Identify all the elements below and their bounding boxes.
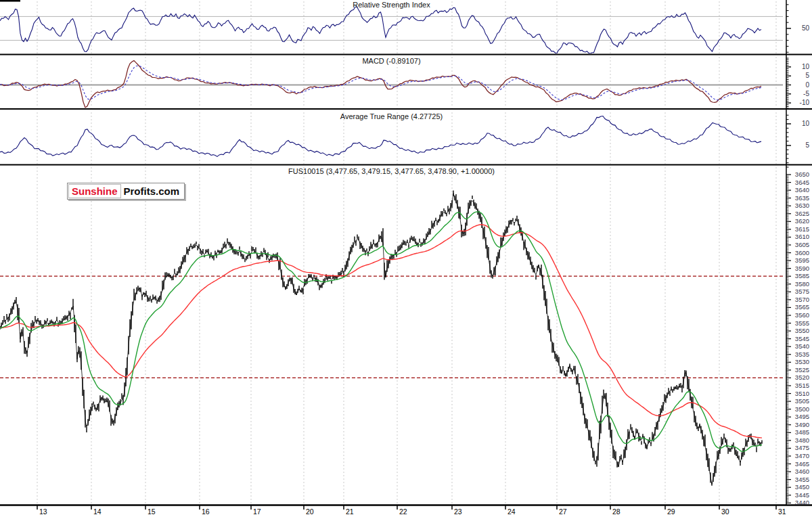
svg-text:3495: 3495 bbox=[795, 413, 809, 420]
svg-text:3610: 3610 bbox=[795, 233, 809, 240]
svg-text:3550: 3550 bbox=[795, 327, 809, 334]
svg-text:3605: 3605 bbox=[795, 241, 809, 248]
svg-text:0: 0 bbox=[805, 81, 809, 89]
svg-text:3460: 3460 bbox=[795, 468, 809, 475]
svg-text:5: 5 bbox=[805, 72, 809, 79]
logo: Sunshine Profits.com bbox=[67, 183, 185, 200]
svg-text:-10: -10 bbox=[800, 99, 810, 106]
x-axis-label: 17 bbox=[253, 507, 261, 516]
x-axis-label: 29 bbox=[667, 507, 675, 516]
svg-text:-5: -5 bbox=[803, 90, 809, 97]
svg-text:3470: 3470 bbox=[795, 452, 809, 459]
svg-text:3455: 3455 bbox=[795, 476, 809, 483]
svg-text:10: 10 bbox=[802, 63, 810, 70]
svg-text:3555: 3555 bbox=[795, 319, 809, 327]
x-axis-label: 28 bbox=[612, 507, 621, 516]
svg-text:3490: 3490 bbox=[795, 421, 809, 428]
chart-canvas: 501050-5-1010534403445345034553460346534… bbox=[0, 0, 812, 519]
date-gridlines bbox=[37, 1, 776, 504]
x-axis-label: 20 bbox=[306, 507, 314, 516]
svg-text:3565: 3565 bbox=[795, 303, 809, 311]
moving-averages bbox=[0, 212, 762, 451]
rsi-line bbox=[0, 7, 761, 54]
svg-text:3620: 3620 bbox=[795, 217, 809, 225]
svg-text:3475: 3475 bbox=[795, 444, 809, 451]
svg-text:3595: 3595 bbox=[795, 256, 809, 264]
x-axis-label: 31 bbox=[778, 507, 786, 516]
x-axis-label: 16 bbox=[202, 507, 210, 516]
svg-text:3445: 3445 bbox=[795, 491, 809, 499]
svg-text:3450: 3450 bbox=[795, 483, 809, 491]
svg-text:3630: 3630 bbox=[795, 202, 809, 209]
x-axis-label: 22 bbox=[399, 507, 407, 516]
svg-text:3625: 3625 bbox=[795, 210, 809, 217]
svg-text:3600: 3600 bbox=[795, 249, 809, 256]
macd-lines bbox=[0, 61, 761, 108]
x-axis-label: 30 bbox=[721, 507, 729, 516]
svg-text:3485: 3485 bbox=[795, 428, 809, 436]
svg-text:3585: 3585 bbox=[795, 272, 809, 279]
svg-text:3575: 3575 bbox=[795, 288, 809, 295]
svg-text:3590: 3590 bbox=[795, 265, 809, 272]
chart-root: 501050-5-1010534403445345034553460346534… bbox=[0, 0, 812, 519]
x-axis-label: 21 bbox=[346, 507, 354, 516]
svg-text:3545: 3545 bbox=[795, 335, 809, 342]
macd-panel-title: MACD (-0.89107) bbox=[0, 57, 783, 65]
x-axis-label: 15 bbox=[148, 507, 156, 516]
svg-text:5: 5 bbox=[805, 141, 809, 149]
svg-text:3500: 3500 bbox=[795, 405, 809, 413]
svg-text:3650: 3650 bbox=[795, 171, 809, 178]
svg-text:3505: 3505 bbox=[795, 397, 809, 405]
logo-sunshine: Sunshine bbox=[68, 184, 121, 198]
svg-text:3615: 3615 bbox=[795, 225, 809, 233]
price-bars bbox=[0, 190, 762, 485]
svg-text:3530: 3530 bbox=[795, 358, 809, 365]
x-axis-label: 13 bbox=[39, 507, 47, 516]
svg-text:3525: 3525 bbox=[795, 366, 809, 374]
svg-text:3580: 3580 bbox=[795, 280, 809, 288]
svg-text:3510: 3510 bbox=[795, 390, 809, 397]
svg-text:3440: 3440 bbox=[795, 499, 809, 506]
svg-text:50: 50 bbox=[802, 24, 810, 32]
svg-text:3540: 3540 bbox=[795, 342, 809, 350]
x-axis-label: 14 bbox=[93, 507, 102, 516]
svg-text:3465: 3465 bbox=[795, 460, 809, 468]
rsi-panel-title: Relative Strength Index bbox=[0, 1, 783, 9]
svg-text:3635: 3635 bbox=[795, 194, 809, 202]
x-axis-label: 27 bbox=[559, 507, 567, 516]
svg-text:3640: 3640 bbox=[795, 186, 809, 194]
svg-text:3570: 3570 bbox=[795, 296, 809, 303]
svg-text:3560: 3560 bbox=[795, 311, 809, 319]
svg-text:3535: 3535 bbox=[795, 351, 809, 358]
price-panel-title: FUS10015 (3,477.65, 3,479.15, 3,477.65, … bbox=[0, 167, 783, 175]
x-axis-label: 24 bbox=[508, 507, 516, 516]
svg-text:3515: 3515 bbox=[795, 382, 809, 389]
axes: 501050-5-1010534403445345034553460346534… bbox=[0, 0, 812, 506]
x-axis-label: 23 bbox=[454, 507, 462, 516]
atr-panel-title: Average True Range (4.27725) bbox=[0, 112, 783, 120]
logo-profits: Profits.com bbox=[121, 185, 184, 198]
svg-text:10: 10 bbox=[802, 120, 810, 127]
svg-text:3520: 3520 bbox=[795, 374, 809, 381]
svg-text:3480: 3480 bbox=[795, 436, 809, 444]
svg-text:3645: 3645 bbox=[795, 179, 809, 186]
atr-line bbox=[0, 116, 761, 157]
x-axis-labels: 131415161720212223242728293031 bbox=[37, 505, 786, 516]
